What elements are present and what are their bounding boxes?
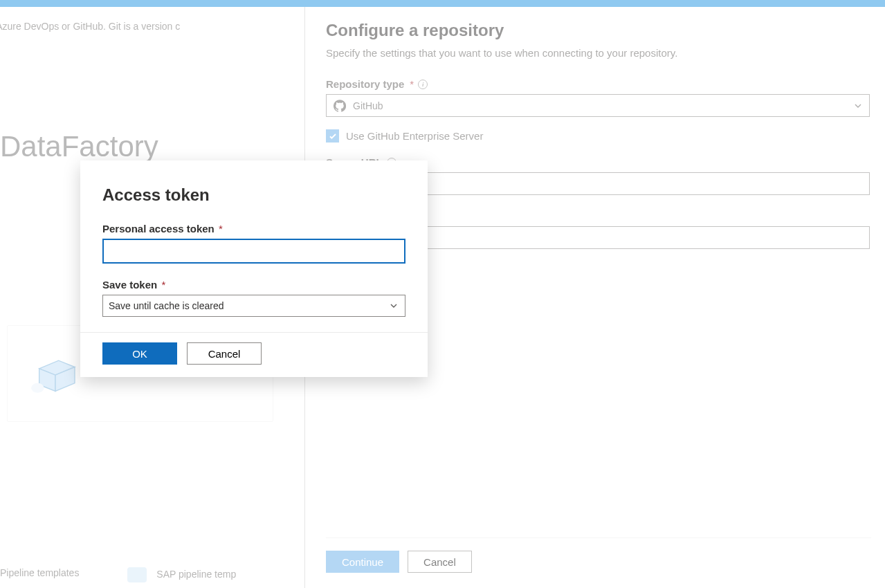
cancel-button[interactable]: Cancel [408,551,472,573]
save-token-label: Save token * [102,279,405,291]
repo-type-label: Repository type* i [326,78,871,90]
access-token-dialog: Access token Personal access token * Sav… [80,160,428,377]
chevron-down-icon [390,302,398,310]
svg-point-3 [31,383,44,393]
pat-label: Personal access token * [102,223,405,235]
cube-icon [31,353,80,395]
breadcrumb-fragment: tory with either Azure DevOps or GitHub.… [0,21,180,32]
chevron-down-icon [854,102,862,110]
template-link-1: Pipeline templates [0,567,79,582]
product-title: DataFactory [0,130,158,163]
panel-title: Configure a repository [326,21,871,40]
top-bar [0,0,885,7]
dialog-title: Access token [102,185,405,205]
panel-footer: Continue Cancel [326,538,871,588]
repo-type-select[interactable]: GitHub [326,94,870,117]
dialog-footer: OK Cancel [80,332,428,377]
svg-marker-2 [55,367,75,392]
enterprise-checkbox-label: Use GitHub Enterprise Server [346,130,483,142]
ok-button[interactable]: OK [102,342,177,365]
template-link-2: SAP pipeline temp [127,567,236,582]
svg-marker-0 [39,360,75,375]
github-icon [334,100,346,112]
save-token-value: Save until cache is cleared [109,300,224,311]
cylinder-icon [127,567,147,582]
save-token-select[interactable]: Save until cache is cleared [102,295,405,317]
enterprise-checkbox[interactable] [326,129,339,143]
repo-type-value: GitHub [353,100,383,111]
personal-access-token-input[interactable] [102,239,405,264]
panel-subtitle: Specify the settings that you want to us… [326,47,871,59]
continue-button[interactable]: Continue [326,551,399,573]
svg-marker-1 [39,369,55,392]
info-icon[interactable]: i [418,80,428,89]
dialog-cancel-button[interactable]: Cancel [187,342,262,365]
check-icon [329,132,337,140]
